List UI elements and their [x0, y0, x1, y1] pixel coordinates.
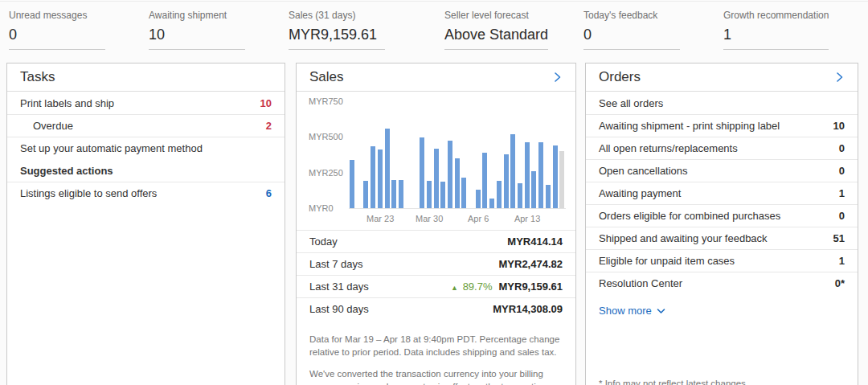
chart-bar-apr-14: [531, 171, 536, 208]
chart-bar-mar-22: [371, 146, 375, 208]
row-count: 10: [260, 97, 272, 109]
row-count: 1: [839, 255, 845, 267]
sales-summary-row-today: TodayMYR414.14: [297, 230, 575, 252]
row-label: Eligible for unpaid item cases: [599, 255, 735, 267]
show-more-link[interactable]: Show more: [599, 305, 665, 317]
chart-bar-mar-24: [385, 129, 390, 208]
stat-value[interactable]: 1: [723, 27, 829, 50]
sales-panel-title: Sales: [309, 69, 344, 85]
summary-label: Last 31 days: [309, 281, 369, 293]
summary-value: MYR414.14: [507, 236, 563, 248]
stat-value[interactable]: Above Standard: [444, 27, 548, 50]
row-label: Resolution Center: [599, 277, 682, 289]
chart-bar-apr-2: [448, 141, 452, 208]
row-count: 6: [266, 187, 272, 199]
chart-bar-apr-8: [489, 199, 494, 208]
row-label: Listings eligible to send offers: [20, 187, 157, 199]
list-row-shipped-and-awaiting-your-feedback[interactable]: Shipped and awaiting your feedback51: [586, 227, 858, 249]
stat-today-s-feedback: Today's feedback0: [583, 10, 680, 50]
summary-change: ▲ 89.7%: [451, 281, 492, 293]
chart-bar-apr-1: [440, 182, 445, 208]
sales-footnote-2: We've converted the transaction currency…: [309, 368, 563, 385]
chart-bar-apr-3: [455, 158, 460, 208]
chart-bar-apr-15: [538, 142, 543, 208]
stat-label: Unread messages: [9, 10, 105, 21]
chart-bar-apr-13: [525, 142, 530, 208]
stat-label: Awaiting shipment: [149, 10, 245, 21]
chevron-down-icon: [657, 308, 665, 314]
stat-label: Sales (31 days): [289, 10, 385, 21]
list-row-orders-eligible-for-combined-purchases[interactable]: Orders eligible for combined purchases0: [586, 204, 858, 227]
orders-footnote: * Info may not reflect latest changes: [599, 379, 746, 385]
chart-bar-apr-6: [476, 190, 481, 208]
stat-value[interactable]: 10: [149, 27, 245, 50]
x-axis-tick: Mar 30: [416, 214, 443, 223]
summary-value: MYR2,474.82: [499, 258, 563, 270]
list-row-all-open-returns-replacements[interactable]: All open returns/replacements0: [586, 137, 858, 159]
chevron-right-icon[interactable]: [551, 72, 563, 83]
stat-value[interactable]: MYR9,159.61: [289, 27, 385, 50]
show-more-label: Show more: [599, 305, 652, 317]
list-row-resolution-center[interactable]: Resolution Center0*: [586, 272, 858, 294]
list-row-eligible-for-unpaid-item-cases[interactable]: Eligible for unpaid item cases1: [586, 249, 858, 272]
list-row-overdue[interactable]: Overdue2: [7, 114, 285, 137]
x-axis-tick: Apr 6: [468, 214, 489, 223]
chart-bar-apr-9: [497, 181, 502, 208]
list-row-print-labels-and-ship[interactable]: Print labels and ship10: [7, 92, 285, 114]
sales-chart: MYR750MYR500MYR250MYR0 Mar 23Mar 30Apr 6…: [297, 92, 575, 230]
chart-bar-apr-7: [482, 153, 487, 208]
stat-value[interactable]: 0: [583, 27, 680, 50]
row-count: 51: [833, 232, 845, 244]
row-label: Awaiting payment: [599, 187, 681, 199]
list-row-awaiting-payment[interactable]: Awaiting payment1: [586, 182, 858, 204]
chevron-right-icon[interactable]: [833, 72, 845, 83]
list-row-set-up-your-automatic-payment-method[interactable]: Set up your automatic payment method: [7, 137, 285, 159]
orders-panel-header: Orders: [586, 63, 858, 92]
stat-value[interactable]: 0: [9, 27, 105, 50]
stat-sales-31-days: Sales (31 days)MYR9,159.61: [289, 10, 385, 50]
sales-summary: TodayMYR414.14Last 7 daysMYR2,474.82Last…: [297, 230, 575, 320]
row-label: Orders eligible for combined purchases: [599, 210, 780, 222]
top-divider: [0, 1, 868, 2]
row-label: Shipped and awaiting your feedback: [599, 232, 768, 244]
chart-bar-apr-16: [546, 185, 551, 208]
chart-bar-mar-30: [427, 181, 432, 208]
sales-panel-header: Sales: [297, 63, 575, 92]
summary-value: MYR9,159.61: [499, 281, 563, 293]
chart-bar-mar-25: [391, 180, 396, 208]
orders-panel-title: Orders: [599, 69, 641, 85]
orders-rows: See all ordersAwaiting shipment - print …: [586, 92, 858, 294]
row-label: Awaiting shipment - print shipping label: [599, 120, 780, 132]
chart-bar-apr-4: [461, 178, 466, 208]
y-axis-tick: MYR750: [309, 96, 343, 107]
sales-chart-plot: [349, 101, 566, 209]
row-label: Suggested actions: [20, 165, 113, 177]
summary-label: Last 90 days: [309, 303, 369, 315]
chart-bar-apr-18: [559, 151, 564, 208]
sales-footnotes: Data for Mar 19 – Apr 18 at 9:40pm PDT. …: [309, 334, 563, 385]
section-heading-suggested-actions: Suggested actions: [7, 159, 285, 182]
row-count: 2: [266, 120, 272, 132]
y-axis-tick: MYR250: [309, 167, 343, 178]
list-row-see-all-orders[interactable]: See all orders: [586, 92, 858, 114]
sales-summary-row-last-7-days: Last 7 daysMYR2,474.82: [297, 252, 575, 275]
list-row-open-cancellations[interactable]: Open cancellations0: [586, 159, 858, 182]
sales-panel: Sales MYR750MYR500MYR250MYR0 Mar 23Mar 3…: [296, 63, 576, 385]
tasks-rows: Print labels and ship10Overdue2Set up yo…: [7, 92, 285, 204]
row-count: 0: [839, 142, 845, 154]
list-row-awaiting-shipment-print-shipping-label[interactable]: Awaiting shipment - print shipping label…: [586, 114, 858, 137]
tasks-panel-title: Tasks: [20, 69, 55, 85]
sales-footnote-1: Data for Mar 19 – Apr 18 at 9:40pm PDT. …: [309, 334, 563, 359]
chart-bar-mar-29: [420, 137, 424, 208]
row-count: 10: [833, 120, 845, 132]
row-label: Open cancellations: [599, 165, 688, 177]
row-count: 1: [839, 187, 845, 199]
list-row-listings-eligible-to-send-offers[interactable]: Listings eligible to send offers6: [7, 182, 285, 204]
stat-label: Seller level forecast: [444, 10, 548, 21]
row-count: 0*: [835, 277, 845, 289]
row-label: All open returns/replacements: [599, 142, 738, 154]
sales-summary-row-last-31-days: Last 31 days▲ 89.7%MYR9,159.61: [297, 275, 575, 297]
stat-label: Today's feedback: [583, 10, 680, 21]
row-label: Set up your automatic payment method: [20, 142, 203, 154]
row-label: Print labels and ship: [20, 97, 114, 109]
